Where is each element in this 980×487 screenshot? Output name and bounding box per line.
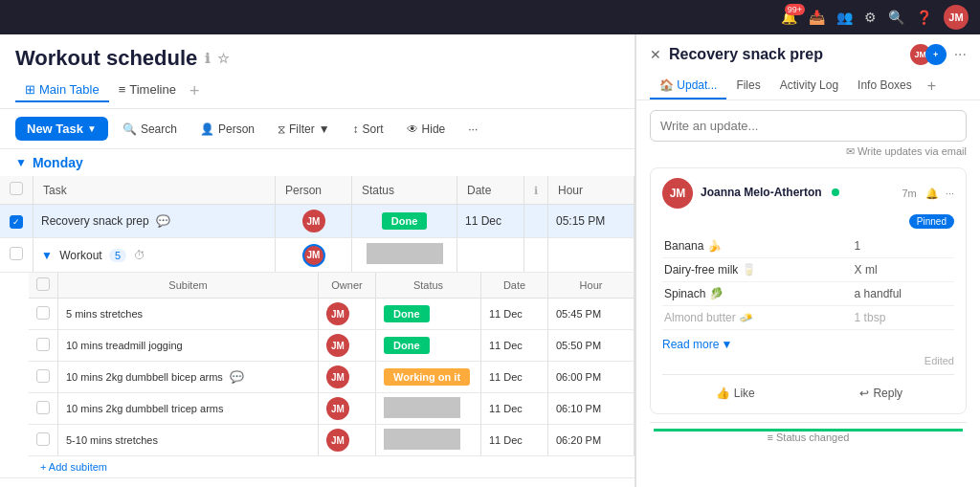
sub-check-cell xyxy=(29,299,58,330)
sub-status-cell[interactable]: Done xyxy=(376,330,481,362)
subitem-table: Subitem Owner Status Date Hour 5 mins st… xyxy=(29,273,635,456)
table-row[interactable]: 10 mins treadmill jogging JM Done 11 Dec… xyxy=(29,330,635,362)
like-button[interactable]: 👍 Like xyxy=(662,383,809,404)
hour-cell xyxy=(548,238,635,273)
inbox-icon[interactable]: 📥 xyxy=(809,10,825,25)
main-panel: Workout schedule ℹ ☆ ⊞ Main Table ≡ Time… xyxy=(0,34,635,487)
comment-options-icon[interactable]: 🔔 xyxy=(925,188,939,199)
sub-owner-cell: JM xyxy=(319,425,376,456)
rp-add-tab-button[interactable]: + xyxy=(922,74,942,99)
select-all-checkbox[interactable] xyxy=(10,182,23,195)
add-task-button[interactable]: + Add task xyxy=(0,477,635,487)
notification-badge: 99+ xyxy=(785,4,805,15)
status-cell[interactable]: Done xyxy=(352,205,457,238)
sub-col-hour: Hour xyxy=(548,273,635,299)
rp-tab-infoboxes[interactable]: Info Boxes xyxy=(848,73,922,100)
person-filter-button[interactable]: 👤 Person xyxy=(191,118,263,141)
comment-actions: 👍 Like ↩ Reply xyxy=(662,374,954,404)
sub-avatar: JM xyxy=(326,429,349,452)
more-options-button[interactable]: ··· xyxy=(459,118,486,141)
apps-icon[interactable]: ⚙ xyxy=(864,10,877,25)
sub-hour-cell: 06:20 PM xyxy=(548,425,635,456)
reply-button[interactable]: ↩ Reply xyxy=(809,383,955,404)
info-cell xyxy=(524,205,548,238)
sub-check-cell xyxy=(29,362,58,393)
sub-col-check xyxy=(29,273,58,299)
tab-timeline[interactable]: ≡ Timeline xyxy=(109,78,186,102)
info-icon[interactable]: ℹ xyxy=(205,51,210,66)
table-row[interactable]: ✓ Recovery snack prep 💬 JM Done 11 Dec xyxy=(0,205,635,238)
sub-status-cell[interactable] xyxy=(376,393,481,425)
sub-date-cell: 11 Dec xyxy=(481,362,548,393)
chevron-down-icon: ▼ xyxy=(721,338,732,351)
status-cell[interactable] xyxy=(352,238,457,273)
notifications-icon[interactable]: 🔔 99+ xyxy=(781,10,797,25)
update-input[interactable] xyxy=(650,110,967,142)
people-icon[interactable]: 👥 xyxy=(836,10,853,25)
row-checkbox[interactable] xyxy=(10,247,23,260)
subitem-section: Subitem Owner Status Date Hour 5 mins st… xyxy=(29,273,635,477)
help-icon[interactable]: ❓ xyxy=(916,10,932,25)
hour-cell: 05:15 PM xyxy=(548,205,635,238)
expand-icon[interactable]: ▼ xyxy=(41,249,53,262)
group-collapse-icon[interactable]: ▼ xyxy=(15,156,27,169)
table-row[interactable]: ▼ Workout 5 ⏱ JM xyxy=(0,238,635,273)
hide-button[interactable]: 👁 Hide xyxy=(398,118,455,141)
email-icon: ✉ xyxy=(846,145,855,157)
task-chat-icon[interactable]: 💬 xyxy=(230,370,244,384)
person-icon: 👤 xyxy=(200,122,214,136)
sub-checkbox[interactable] xyxy=(36,401,50,414)
add-view-button[interactable]: + xyxy=(189,82,200,100)
status-empty xyxy=(367,243,443,264)
sub-task-cell: 10 mins 2kg dumbbell tricep arms xyxy=(58,393,319,425)
filter-button[interactable]: ⧖ Filter ▼ xyxy=(269,118,339,141)
status-empty xyxy=(384,429,460,450)
ingredient-name: Banana 🍌 xyxy=(662,234,853,258)
add-subitem-button[interactable]: + Add subitem xyxy=(29,456,635,477)
project-title-text: Workout schedule xyxy=(15,46,197,71)
sub-status-cell[interactable]: Working on it xyxy=(376,362,481,393)
table-row[interactable]: 5 mins stretches JM Done 11 Dec 05:45 PM xyxy=(29,299,635,330)
sub-col-task: Subitem xyxy=(58,273,319,299)
rp-tab-updates[interactable]: 🏠 Updat... xyxy=(650,73,726,100)
user-avatar[interactable]: JM xyxy=(944,5,969,30)
sub-status-cell[interactable] xyxy=(376,425,481,456)
search-icon[interactable]: 🔍 xyxy=(888,10,904,25)
subitem-icon[interactable]: ⏱ xyxy=(134,249,145,262)
rp-tab-activity[interactable]: Activity Log xyxy=(770,73,848,100)
person-cell: JM xyxy=(276,238,352,273)
close-panel-button[interactable]: ✕ xyxy=(650,47,661,62)
sub-checkbox[interactable] xyxy=(36,432,50,446)
new-task-dropdown-arrow[interactable]: ▼ xyxy=(87,123,97,134)
sub-checkbox[interactable] xyxy=(36,369,50,383)
table-row[interactable]: 10 mins 2kg dumbbell bicep arms 💬 JM Wor… xyxy=(29,362,635,393)
star-icon[interactable]: ☆ xyxy=(217,51,230,66)
col-status-header: Status xyxy=(352,176,457,205)
new-task-button[interactable]: New Task ▼ xyxy=(15,117,108,141)
row-checkbox[interactable]: ✓ xyxy=(10,215,23,229)
sub-owner-cell: JM xyxy=(319,299,376,330)
col-person-header: Person xyxy=(276,176,352,205)
sub-status-cell[interactable]: Done xyxy=(376,299,481,330)
sub-owner-cell: JM xyxy=(319,362,376,393)
sub-owner-cell: JM xyxy=(319,393,376,425)
rp-more-button[interactable]: ··· xyxy=(954,46,967,63)
sort-button[interactable]: ↕ Sort xyxy=(345,118,392,141)
rp-tab-files[interactable]: Files xyxy=(726,73,769,100)
subitem-header-row: Subitem Owner Status Date Hour xyxy=(29,273,635,299)
table-row[interactable]: 5-10 mins stretches JM 11 Dec 06:20 PM xyxy=(29,425,635,456)
sub-checkbox[interactable] xyxy=(36,306,50,320)
sub-checkbox[interactable] xyxy=(36,338,50,351)
rp-title: Recovery snack prep xyxy=(669,46,902,63)
search-button[interactable]: 🔍 Search xyxy=(114,118,186,141)
read-more-button[interactable]: Read more ▼ xyxy=(662,338,954,351)
sub-select-all[interactable] xyxy=(36,277,50,291)
filter-dropdown-icon: ▼ xyxy=(319,122,330,136)
sub-hour-cell: 06:10 PM xyxy=(548,393,635,425)
table-row[interactable]: 10 mins 2kg dumbbell tricep arms JM 11 D… xyxy=(29,393,635,425)
col-hour-header: Hour xyxy=(548,176,635,205)
right-panel-header: ✕ Recovery snack prep JM + ··· 🏠 Updat..… xyxy=(636,34,980,100)
task-chat-icon[interactable]: 💬 xyxy=(156,214,170,228)
comment-more-icon[interactable]: ··· xyxy=(946,188,954,199)
tab-main-table[interactable]: ⊞ Main Table xyxy=(15,78,109,102)
